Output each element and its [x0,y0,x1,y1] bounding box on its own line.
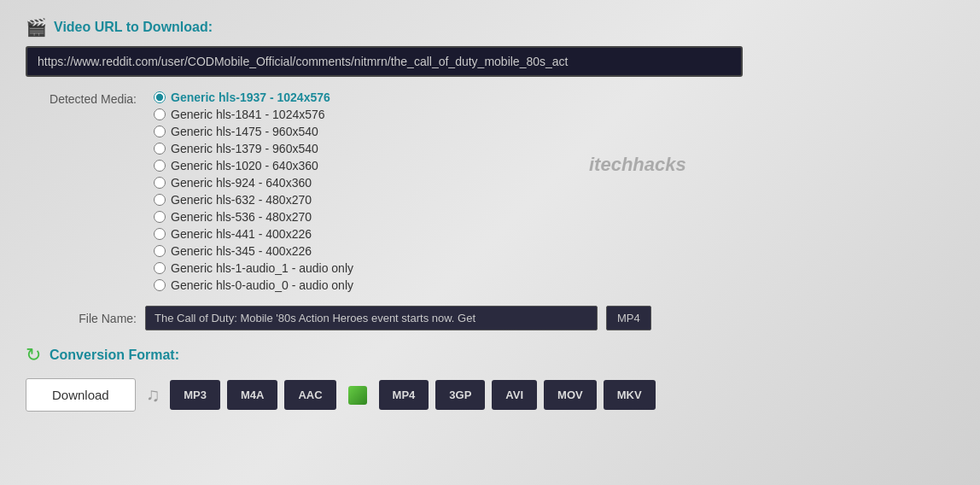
media-radio-8[interactable] [154,211,166,223]
media-option-6[interactable]: Generic hls-924 - 640x360 [154,176,353,190]
media-radio-2[interactable] [154,108,166,120]
media-radio-7[interactable] [154,194,166,206]
m4a-button[interactable]: M4A [227,380,277,410]
media-option-label-8: Generic hls-536 - 480x270 [171,210,312,224]
media-radio-4[interactable] [154,143,166,155]
media-option-9[interactable]: Generic hls-441 - 400x226 [154,227,353,241]
media-radio-10[interactable] [154,245,166,257]
mp3-button[interactable]: MP3 [170,380,220,410]
avi-button[interactable]: AVI [492,380,537,410]
media-options-list: Generic hls-1937 - 1024x576Generic hls-1… [154,91,353,292]
format-row: Download ♫ MP3 M4A AAC MP4 3GP AVI MOV M… [26,378,954,412]
media-option-label-11: Generic hls-1-audio_1 - audio only [171,261,353,275]
conversion-title: Conversion Format: [50,348,179,363]
media-option-label-4: Generic hls-1379 - 960x540 [171,142,318,155]
video-download-icon: 🎬 [26,17,47,38]
media-option-1[interactable]: Generic hls-1937 - 1024x576 [154,91,353,104]
video-format-icon [348,386,367,405]
refresh-icon: ↻ [26,344,41,366]
media-option-label-3: Generic hls-1475 - 960x540 [171,125,318,138]
media-radio-3[interactable] [154,126,166,137]
mkv-button[interactable]: MKV [604,380,656,410]
conversion-section: ↻ Conversion Format: [26,344,954,366]
media-option-7[interactable]: Generic hls-632 - 480x270 [154,193,353,207]
media-option-label-2: Generic hls-1841 - 1024x576 [171,108,325,121]
detected-media-row: Detected Media: Generic hls-1937 - 1024x… [26,91,954,292]
mp4-button[interactable]: MP4 [379,380,429,410]
url-input[interactable] [26,46,743,77]
filename-row: File Name: MP4 [26,306,954,330]
mov-button[interactable]: MOV [544,380,597,410]
extension-badge: MP4 [606,306,651,330]
media-option-label-1: Generic hls-1937 - 1024x576 [171,91,330,104]
media-option-10[interactable]: Generic hls-345 - 400x226 [154,244,353,258]
url-section-title: Video URL to Download: [54,20,213,35]
media-radio-1[interactable] [154,91,166,103]
main-container: 🎬 Video URL to Download: Detected Media:… [26,17,954,412]
filename-input[interactable] [145,306,598,330]
filename-label: File Name: [26,312,137,325]
media-option-8[interactable]: Generic hls-536 - 480x270 [154,210,353,224]
download-button[interactable]: Download [26,378,136,412]
media-option-label-7: Generic hls-632 - 480x270 [171,193,312,207]
detected-media-label: Detected Media: [26,91,137,106]
media-radio-5[interactable] [154,160,166,172]
media-option-3[interactable]: Generic hls-1475 - 960x540 [154,125,353,138]
media-option-label-6: Generic hls-924 - 640x360 [171,176,312,190]
media-option-11[interactable]: Generic hls-1-audio_1 - audio only [154,261,353,275]
media-option-label-9: Generic hls-441 - 400x226 [171,227,312,241]
3gp-button[interactable]: 3GP [435,380,485,410]
media-radio-9[interactable] [154,228,166,240]
watermark: itechhacks [589,154,686,176]
media-option-4[interactable]: Generic hls-1379 - 960x540 [154,142,353,155]
media-option-5[interactable]: Generic hls-1020 - 640x360 [154,159,353,172]
media-radio-12[interactable] [154,279,166,291]
audio-icon: ♫ [146,384,160,406]
media-option-12[interactable]: Generic hls-0-audio_0 - audio only [154,278,353,292]
aac-button[interactable]: AAC [284,380,335,410]
media-option-label-12: Generic hls-0-audio_0 - audio only [171,278,353,292]
url-section-header: 🎬 Video URL to Download: [26,17,954,38]
media-option-label-5: Generic hls-1020 - 640x360 [171,159,318,172]
media-option-label-10: Generic hls-345 - 400x226 [171,244,312,258]
media-radio-11[interactable] [154,262,166,274]
media-radio-6[interactable] [154,177,166,189]
media-option-2[interactable]: Generic hls-1841 - 1024x576 [154,108,353,121]
